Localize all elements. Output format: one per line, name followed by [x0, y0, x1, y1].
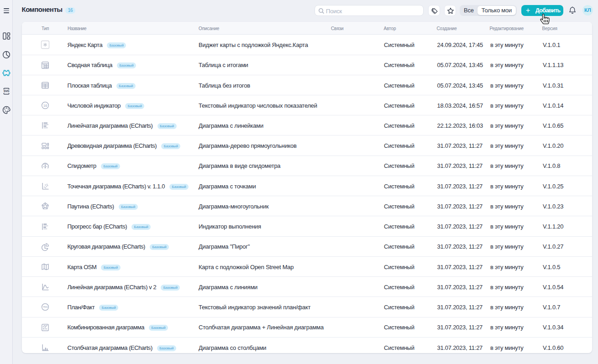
svg-text:16: 16 [43, 104, 47, 108]
svg-text:SVG: SVG [3, 89, 9, 93]
svg-text:75%: 75% [43, 306, 48, 309]
